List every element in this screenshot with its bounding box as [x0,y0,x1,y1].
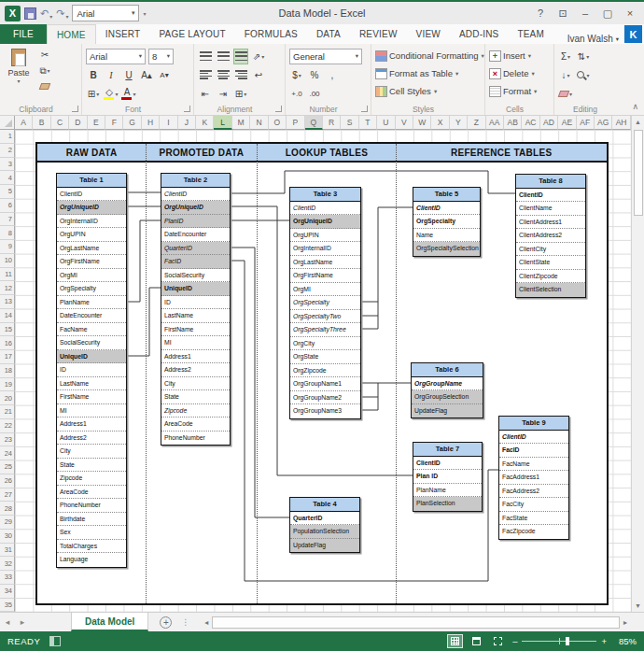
row-header-6[interactable]: 6 [0,199,15,213]
vertical-scrollbar[interactable]: ▲ ▼ [631,116,644,612]
row-header-23[interactable]: 23 [0,433,15,447]
page-layout-view-button[interactable] [469,635,483,647]
maximize-button[interactable]: ▢ [597,4,618,22]
tab-add-ins[interactable]: ADD-INS [450,24,509,44]
row-header-10[interactable]: 10 [0,254,15,268]
column-header-R[interactable]: R [323,116,341,130]
row-header-27[interactable]: 27 [0,488,15,502]
zoom-slider[interactable] [522,641,596,642]
wrap-text-button[interactable]: ↩ [251,67,266,83]
column-header-W[interactable]: W [413,116,431,130]
column-header-I[interactable]: I [160,116,177,130]
row-header-25[interactable]: 25 [0,460,15,474]
format-button[interactable]: Format▾ [489,82,550,100]
column-header-Q[interactable]: Q [305,116,323,130]
zoom-level[interactable]: 85% [614,636,637,646]
column-header-E[interactable]: E [88,116,105,130]
autosum-button[interactable]: Σ▾ [558,49,573,64]
macro-record-icon[interactable] [49,636,61,646]
number-format-combo[interactable]: General▾ [289,49,362,64]
increase-indent-button[interactable]: ⇥ [216,86,231,102]
column-header-P[interactable]: P [287,116,304,130]
scroll-left-icon[interactable]: ◂ [201,618,212,627]
column-header-AA[interactable]: AA [486,116,504,130]
accounting-format-button[interactable]: $▾ [289,67,304,83]
column-header-U[interactable]: U [377,116,395,130]
row-header-19[interactable]: 19 [0,378,15,392]
column-header-AD[interactable]: AD [540,116,558,130]
row-header-7[interactable]: 7 [0,213,15,227]
user-account[interactable]: Ivan Walsh▾ [567,34,619,44]
font-color-button[interactable]: A▾ [121,86,136,102]
qat-font-combo[interactable]: Arial▾ [72,5,139,21]
underline-button[interactable]: U [121,67,136,83]
horizontal-scrollbar[interactable]: ◂ ▸ [201,616,631,630]
align-left-button[interactable] [198,67,213,83]
row-header-24[interactable]: 24 [0,446,15,460]
column-header-C[interactable]: C [51,116,69,130]
scroll-right-icon[interactable]: ▸ [620,618,631,627]
italic-button[interactable]: I [104,67,119,83]
row-header-32[interactable]: 32 [0,557,15,571]
increase-decimal-button[interactable]: +.0 [289,86,304,102]
tab-page-layout[interactable]: PAGE LAYOUT [149,24,234,44]
column-header-F[interactable]: F [105,116,123,130]
align-bottom-button[interactable] [233,49,248,64]
db-table-table-6[interactable]: Table 6OrgGroupNameOrgGroupSelectionUpda… [411,362,483,418]
redo-button[interactable]: ↷▾ [56,7,68,20]
row-header-20[interactable]: 20 [0,391,15,405]
tab-file[interactable]: FILE [0,24,47,44]
db-table-table-9[interactable]: Table 9ClientIDFacIDFacNameFacAddress1Fa… [498,416,569,540]
sheet-nav-right-icon[interactable]: ▸ [15,617,30,627]
column-header-AC[interactable]: AC [522,116,539,130]
align-middle-button[interactable] [216,49,231,64]
row-header-13[interactable]: 13 [0,295,15,309]
undo-button[interactable]: ↶▾ [40,7,52,20]
row-header-21[interactable]: 21 [0,405,15,419]
column-header-AF[interactable]: AF [577,116,595,130]
fill-button[interactable]: ↓▾ [558,67,573,83]
column-header-Z[interactable]: Z [468,116,485,130]
column-header-N[interactable]: N [250,116,268,130]
decrease-decimal-button[interactable]: .00 [307,86,322,102]
row-header-1[interactable]: 1 [0,130,15,144]
format-as-table-button[interactable]: Format as Table▾ [375,64,481,82]
normal-view-button[interactable] [448,635,462,647]
tab-formulas[interactable]: FORMULAS [235,24,307,44]
column-header-M[interactable]: M [232,116,250,130]
row-header-31[interactable]: 31 [0,544,15,558]
sheet-nav-left-icon[interactable]: ◂ [0,617,15,627]
tab-data[interactable]: DATA [307,24,350,44]
row-header-28[interactable]: 28 [0,502,15,516]
help-button[interactable]: ? [530,4,551,22]
orientation-button[interactable]: ⇗▾ [251,49,266,64]
scroll-down-icon[interactable]: ▼ [635,600,641,612]
column-header-J[interactable]: J [178,116,196,130]
column-header-A[interactable]: A [15,116,33,130]
align-center-button[interactable] [216,67,231,83]
new-sheet-button[interactable]: + [160,616,172,629]
qat-customize-button[interactable]: ▾ [143,10,146,17]
clear-button[interactable]: ▾ [558,86,573,102]
font-dialog-launcher-icon[interactable] [184,106,190,112]
sort-filter-button[interactable]: ⇅▾ [576,49,591,64]
page-break-view-button[interactable] [491,635,505,647]
row-header-34[interactable]: 34 [0,585,15,599]
column-header-G[interactable]: G [123,116,141,130]
row-header-2[interactable]: 2 [0,144,15,158]
zoom-in-button[interactable]: + [601,636,607,646]
cell-styles-button[interactable]: Cell Styles▾ [375,82,481,100]
close-button[interactable]: × [620,4,640,22]
insert-button[interactable]: +Insert▾ [489,47,550,64]
db-table-table-3[interactable]: Table 3ClientIDOrgUniqueIDOrgUPINOrgInte… [289,187,361,419]
font-name-combo[interactable]: Arial▾ [86,49,146,64]
column-header-AG[interactable]: AG [595,116,612,130]
tab-team[interactable]: TEAM [508,24,553,44]
db-table-table-1[interactable]: Table 1ClientIDOrgUniqueIDOrgInternalIDO… [56,173,127,568]
row-header-18[interactable]: 18 [0,364,15,378]
zoom-slider-thumb[interactable] [566,637,569,645]
row-header-33[interactable]: 33 [0,571,15,585]
clipboard-dialog-launcher-icon[interactable] [72,106,78,112]
paste-button[interactable]: Paste ▾ [4,47,34,94]
sheet-tab-data-model[interactable]: Data Model [71,613,148,631]
